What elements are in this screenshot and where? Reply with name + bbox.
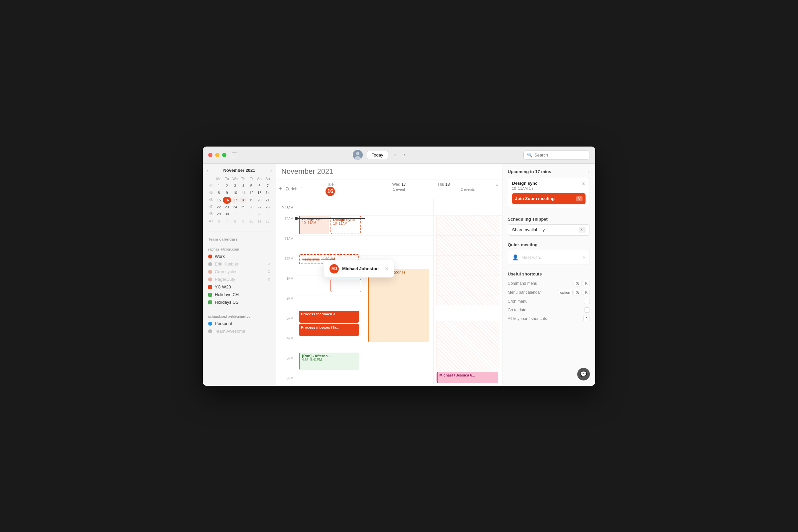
close-button[interactable]	[208, 153, 212, 157]
event-placeholder[interactable]	[331, 279, 361, 292]
popup-close-button[interactable]: ✕	[385, 266, 389, 271]
mini-day-23[interactable]: 23	[223, 204, 231, 211]
mini-day-4[interactable]: 4	[239, 183, 247, 189]
mini-day-26[interactable]: 26	[247, 204, 255, 211]
mini-day-dec1[interactable]: 1	[231, 211, 239, 217]
mini-day-21[interactable]: 21	[264, 197, 272, 204]
mini-day-8[interactable]: 8	[215, 189, 223, 196]
split-view-button[interactable]	[232, 153, 237, 157]
mini-calendar-grid: Mo Tu We Th Fr Sa Su 44 1 2 3 4	[207, 175, 272, 225]
mini-day-dec12[interactable]: 12	[264, 218, 272, 225]
mini-day-19[interactable]: 19	[247, 197, 255, 204]
mini-day-dec8[interactable]: 8	[231, 218, 239, 225]
mini-day-dec6[interactable]: 6	[215, 218, 223, 225]
mini-day-dec7[interactable]: 7	[223, 218, 231, 225]
calendar-item-pagerduty[interactable]: PagerDuty ⊘	[203, 276, 276, 283]
mini-day-29[interactable]: 29	[215, 211, 223, 217]
mini-day-17[interactable]: 17	[231, 197, 239, 204]
current-time-dot	[295, 217, 298, 220]
mini-day-9[interactable]: 9	[223, 189, 231, 196]
mini-next-button[interactable]: ›	[270, 168, 272, 173]
mini-day-dec11[interactable]: 11	[255, 218, 263, 225]
mini-day-28[interactable]: 28	[264, 204, 272, 211]
week-46: 46	[207, 197, 215, 204]
team-calendar-label: Team Awesome	[215, 329, 270, 334]
meet-with-row[interactable]: 👤 Meet with... F	[512, 252, 586, 263]
mini-day-6[interactable]: 6	[255, 183, 263, 189]
mini-day-15[interactable]: 15	[215, 197, 223, 204]
hour-10-wed	[365, 216, 433, 235]
event-process-inboxes[interactable]: Process inboxes (Ta...	[299, 324, 359, 336]
tue-column[interactable]: Design sync 10–11AM Design sync 10–11AM …	[296, 199, 365, 386]
titlebar: Today ‹ › 🔍	[203, 147, 595, 164]
calendar-item-ycw20[interactable]: YC W20	[203, 283, 276, 291]
share-availability-button[interactable]: Share availability S	[508, 224, 590, 235]
dow-fr: Fr	[247, 175, 255, 183]
thu-column[interactable]: Michael / Jessica 6...	[433, 199, 502, 386]
mini-day-22[interactable]: 22	[215, 204, 223, 211]
email-icon[interactable]: ✉	[581, 181, 586, 186]
join-zoom-button[interactable]: Join Zoom meeting V	[512, 193, 586, 204]
mini-day-16-today[interactable]: 16	[223, 197, 231, 204]
mini-day-20[interactable]: 20	[255, 197, 263, 204]
search-bar[interactable]: 🔍	[523, 151, 590, 159]
event-michael-jessica[interactable]: Michael / Jessica 6...	[437, 372, 498, 383]
calendar-item-work[interactable]: Work	[203, 252, 276, 260]
event-process-feedback[interactable]: Process feedback 3	[299, 311, 359, 323]
mini-day-dec2[interactable]: 2	[239, 211, 247, 217]
mini-day-13[interactable]: 13	[255, 189, 263, 196]
calendar-item-personal[interactable]: Personal	[203, 320, 276, 327]
kbd-backtick: `	[584, 299, 590, 304]
mini-day-dec3[interactable]: 3	[247, 211, 255, 217]
mini-day-7[interactable]: 7	[264, 183, 272, 189]
user-popup[interactable]: MJ Michael Johnston ✕	[324, 260, 394, 278]
mini-day-25[interactable]: 25	[239, 204, 247, 211]
add-event-button[interactable]: +	[279, 185, 282, 192]
calendar-item-team[interactable]: Team Awesome	[203, 327, 276, 335]
event-launch-prep[interactable]: Launch prep (Zone) 1:30–5 PM	[368, 269, 429, 342]
event-hiring-title: Hiring sync	[301, 257, 319, 261]
search-input[interactable]	[534, 153, 586, 157]
mini-day-dec4[interactable]: 4	[255, 211, 263, 217]
mini-day-18[interactable]: 18	[239, 197, 247, 204]
calendar-item-cron[interactable]: Cron cycles ⊘	[203, 268, 276, 276]
mini-prev-button[interactable]: ‹	[207, 168, 208, 173]
mini-day-11[interactable]: 11	[239, 189, 247, 196]
event-run[interactable]: [Run] - Afterno... 4:56–5:41PM	[299, 353, 359, 370]
avatar[interactable]	[353, 150, 363, 160]
meet-with-container[interactable]: 👤 Meet with... F	[508, 250, 590, 265]
shortcut-cron-keys: `	[584, 299, 590, 304]
holidays-ch-dot	[208, 293, 212, 297]
mini-day-dec10[interactable]: 10	[247, 218, 255, 225]
week-47: 47	[207, 204, 215, 211]
calendar-item-holidays-us[interactable]: Holidays US	[203, 298, 276, 306]
calendar-body[interactable]: 9:43AM 10AM 11AM 12PM 1PM 2PM 3PM 4PM 5P…	[276, 199, 502, 386]
calendar-item-holidays-ch[interactable]: Holidays CH	[203, 291, 276, 298]
mini-day-3[interactable]: 3	[231, 183, 239, 189]
mini-day-10[interactable]: 10	[231, 189, 239, 196]
next-button[interactable]: ›	[402, 151, 408, 159]
chat-button[interactable]: 💬	[577, 368, 590, 380]
mini-day-dec5[interactable]: 5	[264, 211, 272, 217]
maximize-button[interactable]	[222, 153, 226, 157]
mini-day-1[interactable]: 1	[215, 183, 223, 189]
minimize-button[interactable]	[215, 153, 220, 157]
mini-day-dec9[interactable]: 9	[239, 218, 247, 225]
shortcuts-section: Useful shortcuts Command menu ⌘ K Menu b…	[508, 271, 590, 323]
upcoming-card[interactable]: Design sync ✉ 10–11AM 1h Join Zoom meeti…	[508, 177, 590, 208]
share-shortcut-badge: S	[578, 227, 586, 233]
mini-day-27[interactable]: 27	[255, 204, 263, 211]
upcoming-arrow-icon[interactable]: →	[585, 169, 590, 174]
mini-day-12[interactable]: 12	[247, 189, 255, 196]
calendar-item-erik[interactable]: Erik Kuebler ⊘	[203, 260, 276, 268]
work-calendar-label: Work	[215, 254, 270, 259]
mini-day-14[interactable]: 14	[264, 189, 272, 196]
prev-button[interactable]: ‹	[392, 151, 398, 159]
mini-day-5[interactable]: 5	[247, 183, 255, 189]
mini-day-2[interactable]: 2	[223, 183, 231, 189]
mini-day-24[interactable]: 24	[231, 204, 239, 211]
today-button[interactable]: Today	[367, 151, 388, 159]
shortcut-all-label: All keyboard shortcuts	[508, 316, 547, 321]
mini-day-30[interactable]: 30	[223, 211, 231, 217]
wed-column[interactable]: Launch prep (Zone) 1:30–5 PM	[365, 199, 433, 386]
